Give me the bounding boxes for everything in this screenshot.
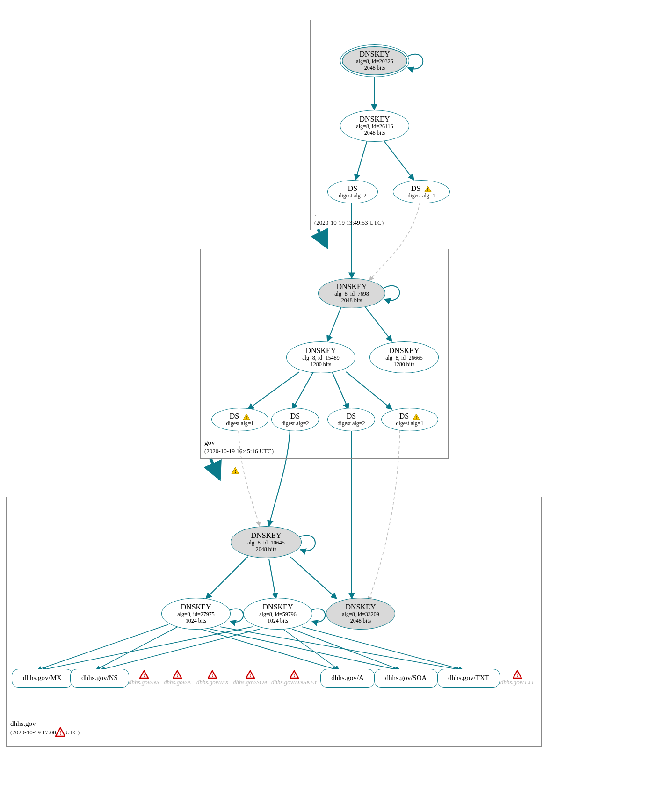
warning-icon: ! (424, 186, 432, 192)
node-dhhs-zsk-59796: DNSKEY alg=8, id=59796 1024 bits (243, 598, 312, 630)
node-gov-ksk: DNSKEY alg=8, id=7698 2048 bits (318, 278, 385, 308)
svg-text:!: ! (212, 672, 214, 678)
node-dhhs-zsk-27975: DNSKEY alg=8, id=27975 1024 bits (161, 598, 231, 630)
node-gov-ds2: DS digest alg=2 (271, 408, 319, 431)
error-icon: ! (208, 670, 217, 679)
node-gov-zsk-15489: DNSKEY alg=8, id=15489 1280 bits (286, 341, 355, 373)
error-icon: ! (290, 670, 299, 679)
rrset-txt: dhhs.gov/TXT (437, 669, 500, 688)
error-icon: ! (246, 670, 255, 679)
zone-gov-label: gov (2020-10-19 16:45:16 UTC) (204, 438, 274, 456)
node-gov-ds3: DS digest alg=2 (327, 408, 375, 431)
svg-text:!: ! (246, 415, 247, 420)
rrset-soa: dhhs.gov/SOA (374, 669, 438, 688)
warning-icon: ! (231, 467, 239, 474)
warning-icon: ! (413, 413, 420, 420)
node-gov-zsk-26665: DNSKEY alg=8, id=26665 1280 bits (369, 341, 439, 373)
error-icon: ! (173, 670, 182, 679)
svg-text:!: ! (176, 672, 178, 678)
ghost-soa: ! dhhs.gov/SOA (233, 670, 268, 686)
zone-root-label: . (2020-10-19 13:49:53 UTC) (314, 210, 384, 227)
rrset-ns: dhhs.gov/NS (70, 669, 129, 688)
svg-text:!: ! (416, 415, 417, 420)
ghost-txt: ! dhhs.gov/TXT (500, 670, 535, 686)
rrset-mx: dhhs.gov/MX (12, 669, 73, 688)
node-dhhs-ksk: DNSKEY alg=8, id=10645 2048 bits (231, 526, 302, 558)
node-dhhs-sep: DNSKEY alg=8, id=33209 2048 bits (326, 598, 395, 630)
ghost-ns: ! dhhs.gov/NS (129, 670, 159, 686)
ghost-dnskey: ! dhhs.gov/DNSKEY (271, 670, 318, 686)
svg-text:!: ! (143, 672, 145, 678)
node-root-zsk: DNSKEY alg=8, id=26116 2048 bits (340, 110, 409, 142)
svg-text:!: ! (59, 730, 61, 736)
zone-dhhs-label: dhhs.gov (2020-10-19 17:00:21 UTC) (10, 719, 80, 737)
svg-text:!: ! (249, 672, 251, 678)
error-icon: ! (55, 727, 65, 737)
node-gov-ds1: DS ! digest alg=1 (211, 408, 268, 431)
warning-icon: ! (243, 413, 250, 420)
node-root-ds-alg2: DS digest alg=2 (327, 180, 378, 203)
ghost-a: ! dhhs.gov/A (164, 670, 191, 686)
node-root-ksk: DNSKEY alg=8, id=20326 2048 bits (340, 44, 409, 77)
svg-text:!: ! (516, 672, 518, 678)
svg-text:!: ! (293, 672, 295, 678)
svg-text:!: ! (427, 187, 429, 192)
node-gov-ds4: DS ! digest alg=1 (381, 408, 438, 431)
rrset-a: dhhs.gov/A (320, 669, 375, 688)
node-root-ds-alg1: DS ! digest alg=1 (393, 180, 450, 203)
error-icon: ! (513, 670, 522, 679)
svg-text:!: ! (234, 468, 236, 474)
error-icon: ! (139, 670, 149, 679)
ghost-mx: ! dhhs.gov/MX (196, 670, 229, 686)
